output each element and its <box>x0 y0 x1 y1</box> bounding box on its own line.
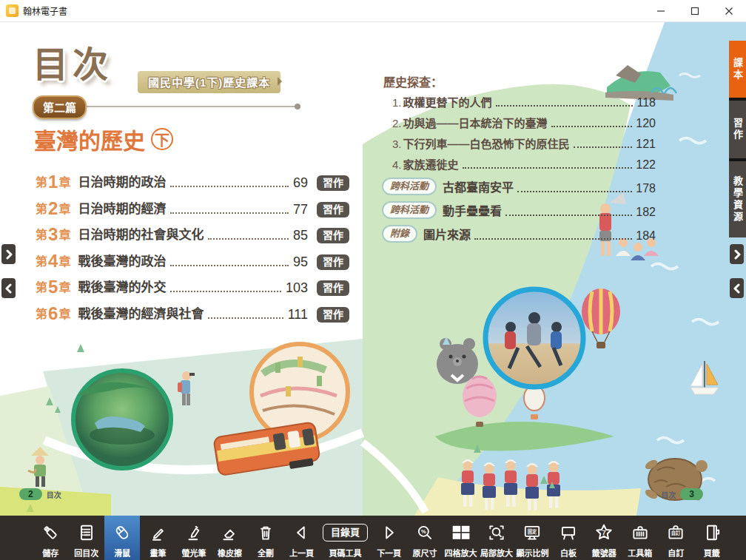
dot-leader <box>463 167 633 169</box>
workbook-badge[interactable]: 習作 <box>317 307 349 323</box>
chapter-page: 103 <box>286 280 308 296</box>
workbook-badge[interactable]: 習作 <box>317 254 349 270</box>
toolbar-item-highlighter[interactable]: 螢光筆 <box>176 516 212 560</box>
activity-row-2[interactable]: 跨科活動 動手疊疊看 182 <box>382 200 656 219</box>
workbook-badge[interactable]: 習作 <box>317 280 349 296</box>
toolbar-item-area-zoom[interactable]: 局部放大 <box>479 516 514 560</box>
left-edge-back-button[interactable] <box>1 278 16 298</box>
toolbar-item-page-tool[interactable]: 目錄頁 頁碼工具 <box>320 516 372 560</box>
chevron-right-icon <box>5 249 13 260</box>
chapter-title: 戰後臺灣的政治 <box>78 254 166 270</box>
usb-save-icon <box>41 519 60 545</box>
chapter-title: 日治時期的社會與文化 <box>78 227 204 243</box>
toolbar-item-delete-all[interactable]: 全刪 <box>248 516 283 560</box>
eraser-icon <box>220 519 239 545</box>
page-number-pill: 2 <box>19 488 42 500</box>
custom-box-icon: 自訂 <box>666 519 685 545</box>
toolbar-item-display-ratio[interactable]: 固定 顯示比例 <box>514 516 550 560</box>
toolbar-item-number-picker[interactable]: 7 籤號器 <box>586 516 622 560</box>
maximize-button[interactable] <box>678 0 712 22</box>
next-page-icon <box>380 519 399 545</box>
close-button[interactable] <box>712 0 746 22</box>
chapter-row-5[interactable]: 第5章 戰後臺灣的外交 103 習作 <box>36 274 349 296</box>
tab-workbook[interactable]: 習作 <box>729 101 746 158</box>
toc-list-icon <box>77 519 96 545</box>
explore-row-1[interactable]: 1. 政權更替下的人們 118 <box>392 92 656 109</box>
minimize-button[interactable] <box>644 0 678 22</box>
chapter-title: 戰後臺灣的外交 <box>78 280 166 296</box>
appendix-badge: 附錄 <box>382 225 417 243</box>
part-mark-circle: 下 <box>151 128 173 150</box>
chevron-right-icon <box>733 249 741 260</box>
right-edge-forward-button[interactable] <box>730 244 744 264</box>
toolbar-item-save[interactable]: 儲存 <box>33 516 68 560</box>
toolbar-item-original-size[interactable]: % 原尺寸 <box>407 516 443 560</box>
workbook-badge[interactable]: 習作 <box>317 175 349 191</box>
chapter-row-4[interactable]: 第4章 戰後臺灣的政治 95 習作 <box>36 248 349 270</box>
toolbar-item-custom[interactable]: 自訂 自訂 <box>658 516 693 560</box>
left-page-footer: 2 目次 <box>19 488 61 500</box>
explore-row-3[interactable]: 3. 下行列車——白色恐怖下的原住民 121 <box>392 133 656 151</box>
toolbar-item-whiteboard[interactable]: 白板 <box>551 516 586 560</box>
workbook-badge[interactable]: 習作 <box>317 228 349 243</box>
right-page-footer: 目次 3 <box>661 488 703 500</box>
chapter-number: 第4章 <box>36 252 70 270</box>
dot-leader <box>208 238 289 240</box>
mouse-icon <box>112 519 132 545</box>
toolbar-item-back-to-toc[interactable]: 回目次 <box>68 516 104 560</box>
activity-badge: 跨科活動 <box>382 178 437 195</box>
toolbar-item-toolbox[interactable]: 工具箱 <box>622 516 658 560</box>
part-title: 臺灣的歷史 下 <box>34 123 173 155</box>
tab-textbook[interactable]: 課本 <box>729 41 746 98</box>
right-edge-back-button[interactable] <box>730 278 744 298</box>
toolbar-item-mouse[interactable]: 滑鼠 <box>104 516 140 560</box>
toolbar-item-prev-page[interactable]: 上一頁 <box>283 516 319 560</box>
toolbar-item-page-tab[interactable]: 頁籤 <box>693 516 729 560</box>
toolbar-item-next-page[interactable]: 下一頁 <box>371 516 406 560</box>
dot-leader <box>170 186 289 187</box>
toolbar-item-quad-zoom[interactable]: 四格放大 <box>443 516 478 560</box>
explore-row-2[interactable]: 2. 功與過——日本統治下的臺灣 120 <box>392 112 656 130</box>
titlebar: 翰林電子書 <box>0 0 746 22</box>
svg-text:固定: 固定 <box>528 527 537 534</box>
chapter-row-3[interactable]: 第3章 日治時期的社會與文化 85 習作 <box>36 221 349 243</box>
book-spread: 目次 國民中學(1下)歷史課本 第二篇 臺灣的歷史 下 第1章 日治時期的政治 … <box>0 22 746 516</box>
close-icon <box>725 7 733 16</box>
left-edge-forward-button[interactable] <box>1 244 16 264</box>
star-number-icon: 7 <box>594 519 614 545</box>
toc-title: 目次 <box>33 36 112 87</box>
chapter-number: 第5章 <box>36 278 70 296</box>
chapter-row-1[interactable]: 第1章 日治時期的政治 69 習作 <box>36 169 349 191</box>
chapter-page: 111 <box>288 307 308 323</box>
highlighter-icon <box>184 519 204 545</box>
tab-teaching-resources[interactable]: 教學資源 <box>729 161 746 237</box>
chapter-page: 69 <box>293 175 308 191</box>
toolbar-item-eraser[interactable]: 橡皮擦 <box>212 516 247 560</box>
svg-text:7: 7 <box>602 529 606 536</box>
dot-leader <box>517 191 632 192</box>
activity-row-3[interactable]: 附錄 圖片來源 184 <box>382 223 656 243</box>
toolbar-item-pen[interactable]: 畫筆 <box>140 516 175 560</box>
bear-illustration <box>437 338 478 384</box>
workbook-badge[interactable]: 習作 <box>317 202 349 217</box>
dot-leader <box>208 317 283 319</box>
resource-tabs: 課本 習作 教學資源 <box>729 41 746 237</box>
activity-row-1[interactable]: 跨科活動 古都臺南安平 178 <box>382 176 656 195</box>
explore-row-4[interactable]: 4. 家族遷徙史 122 <box>392 154 656 172</box>
chapter-row-2[interactable]: 第2章 日治時期的經濟 77 習作 <box>36 195 349 217</box>
chapter-row-6[interactable]: 第6章 戰後臺灣的經濟與社會 111 習作 <box>36 300 349 323</box>
chapter-page: 95 <box>293 254 308 270</box>
dot-leader <box>170 291 281 292</box>
chapter-number: 第6章 <box>36 305 70 323</box>
svg-text:%: % <box>421 528 426 535</box>
area-zoom-icon <box>487 519 506 545</box>
chapter-page: 85 <box>293 228 308 243</box>
toc-page-button[interactable]: 目錄頁 <box>323 524 368 542</box>
dot-leader <box>170 212 289 214</box>
svg-text:自訂: 自訂 <box>671 530 681 536</box>
dot-leader <box>474 238 632 240</box>
page-tab-icon <box>702 519 722 545</box>
chapter-page: 77 <box>293 202 308 217</box>
prev-page-icon <box>292 519 311 545</box>
edition-ribbon: 國民中學(1下)歷史課本 <box>138 71 280 93</box>
